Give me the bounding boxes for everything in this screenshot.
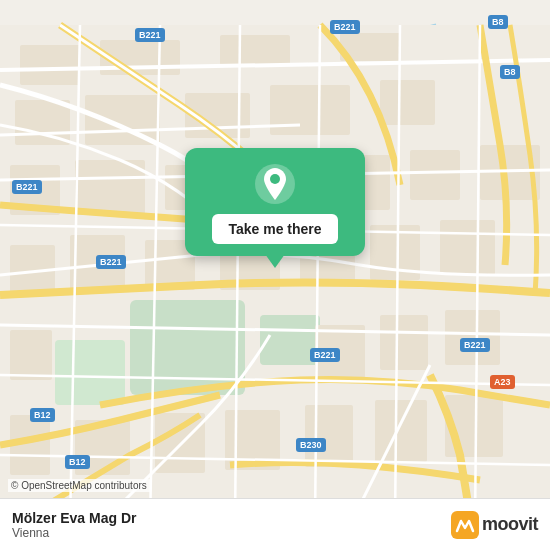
svg-rect-25: [440, 220, 495, 275]
road-label-b230: B230: [296, 438, 326, 452]
svg-rect-55: [451, 511, 479, 539]
road-label-b8-top: B8: [488, 15, 508, 29]
bottom-bar: Mölzer Eva Mag Dr Vienna moovit: [0, 498, 550, 550]
road-label-b221-top: B221: [135, 28, 165, 42]
map-attribution: © OpenStreetMap contributors: [8, 479, 150, 492]
city-name: Vienna: [12, 526, 136, 540]
road-label-b221-mid: B221: [96, 255, 126, 269]
location-pin-icon: [253, 162, 297, 206]
road-label-a23: A23: [490, 375, 515, 389]
location-info: Mölzer Eva Mag Dr Vienna: [12, 510, 136, 540]
svg-rect-13: [75, 160, 145, 215]
map-container: B221 B221 B8 B8 B221 B221 B221 B221 B12 …: [0, 0, 550, 550]
road-label-b12-btm: B12: [65, 455, 90, 469]
svg-rect-37: [305, 405, 353, 467]
svg-point-54: [270, 174, 280, 184]
road-label-b221-btm: B221: [310, 348, 340, 362]
svg-rect-31: [380, 315, 428, 370]
take-me-there-button[interactable]: Take me there: [212, 214, 337, 244]
svg-rect-17: [410, 150, 460, 200]
svg-rect-27: [55, 340, 125, 405]
popup-card: Take me there: [185, 148, 365, 256]
svg-rect-26: [130, 300, 245, 395]
road-label-b227: B221: [330, 20, 360, 34]
svg-rect-11: [380, 80, 435, 125]
road-label-b12-left: B12: [30, 408, 55, 422]
road-label-b223: B221: [12, 180, 42, 194]
moovit-logo: moovit: [451, 511, 538, 539]
location-name: Mölzer Eva Mag Dr: [12, 510, 136, 526]
svg-rect-29: [10, 330, 52, 380]
moovit-text: moovit: [482, 514, 538, 535]
svg-rect-5: [220, 35, 290, 65]
road-label-b221-right: B221: [460, 338, 490, 352]
moovit-icon: [451, 511, 479, 539]
svg-rect-10: [270, 85, 350, 135]
svg-rect-3: [20, 45, 80, 85]
road-label-b8-r: B8: [500, 65, 520, 79]
svg-rect-38: [375, 400, 427, 462]
